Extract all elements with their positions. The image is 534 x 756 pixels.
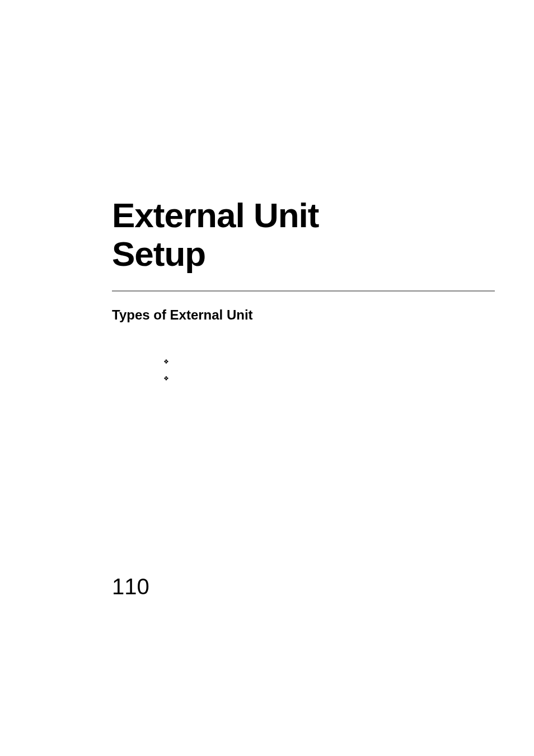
diamond-bullet-icon: ❖: [163, 358, 169, 365]
diamond-bullet-icon: ❖: [163, 375, 169, 382]
bullet-list: ❖ ❖: [163, 356, 495, 384]
list-item: ❖: [163, 356, 495, 368]
chapter-title-line-1: External Unit: [112, 196, 318, 234]
chapter-title-line-2: Setup: [112, 234, 205, 273]
section-heading: Types of External Unit: [112, 307, 495, 323]
chapter-title: External Unit Setup: [112, 196, 495, 274]
page-number: 110: [112, 574, 149, 599]
section-divider: [112, 290, 495, 292]
document-page: External Unit Setup Types of External Un…: [0, 0, 534, 756]
list-item: ❖: [163, 373, 495, 384]
